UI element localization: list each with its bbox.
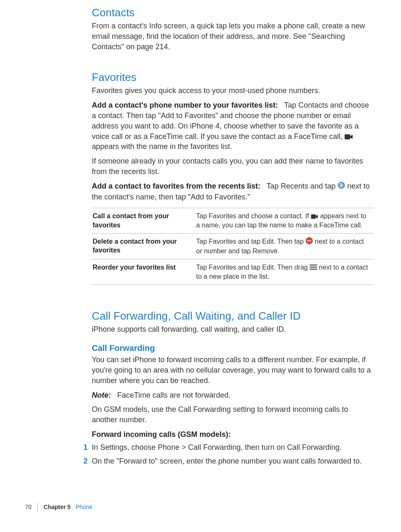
svg-rect-2 — [311, 214, 315, 219]
svg-rect-4 — [307, 240, 311, 241]
table-row: Reorder your favorites list Tap Favorite… — [92, 259, 374, 285]
camera-icon — [311, 214, 318, 219]
page-number: 70 — [25, 503, 32, 512]
table-text: Tap Favorites and choose a contact. If — [196, 212, 311, 219]
delete-minus-icon — [305, 237, 313, 247]
favorites-add-label: Add a contact's phone number to your fav… — [92, 101, 278, 109]
callfwd-intro: iPhone supports call forwarding, call wa… — [92, 324, 374, 335]
svg-rect-0 — [345, 134, 350, 139]
favorites-add-block: Add a contact's phone number to your fav… — [92, 100, 374, 152]
list-item: 2On the "Forward to" screen, enter the p… — [83, 456, 374, 466]
note-label: Note: — [92, 391, 111, 399]
table-right: Tap Favorites and tap Edit. Then tap nex… — [195, 233, 374, 259]
step-text: On the "Forward to" screen, enter the ph… — [92, 457, 362, 465]
table-right: Tap Favorites and choose a contact. If a… — [195, 208, 374, 233]
callfwd-note: Note: FaceTime calls are not forwarded. — [92, 390, 374, 401]
favorites-recents-block: Add a contact to favorites from the rece… — [92, 181, 374, 202]
table-text: Tap Favorites and tap Edit. Then drag — [196, 264, 310, 271]
step-number: 1 — [83, 442, 88, 453]
steps-heading-text: Forward incoming calls (GSM models): — [92, 430, 231, 439]
callfwd-body2: On GSM models, use the Call Forwarding s… — [92, 404, 374, 425]
favorites-recents-label: Add a contact to favorites from the rece… — [92, 182, 260, 190]
section-contacts: Contacts From a contact's Info screen, a… — [92, 5, 374, 52]
table-right: Tap Favorites and tap Edit. Then drag ne… — [195, 259, 374, 285]
note-body: FaceTime calls are not forwarded. — [117, 391, 230, 399]
footer-divider — [38, 503, 38, 512]
favorites-recents-body-a: Tap Recents and tap — [267, 182, 338, 190]
callfwd-body1: You can set iPhone to forward incoming c… — [92, 355, 374, 386]
table-left: Call a contact from your favorites — [92, 208, 195, 233]
table-text: Tap Favorites and tap Edit. Then tap — [196, 238, 305, 245]
svg-rect-6 — [310, 267, 317, 267]
reorder-drag-icon — [310, 263, 317, 272]
steps-list: 1In Settings, choose Phone > Call Forwar… — [83, 442, 374, 466]
svg-rect-7 — [310, 269, 317, 270]
detail-disclosure-icon — [338, 182, 345, 192]
page-footer: 70 Chapter 5 Phone — [25, 503, 93, 512]
table-row: Call a contact from your favorites Tap F… — [92, 208, 374, 233]
chapter-label: Chapter 5 — [44, 503, 71, 512]
heading-callfwd: Call Forwarding, Call Waiting, and Calle… — [92, 308, 374, 323]
steps-heading: Forward incoming calls (GSM models): — [92, 429, 374, 440]
favorites-intro: Favorites gives you quick access to your… — [92, 86, 374, 96]
list-item: 1In Settings, choose Phone > Call Forwar… — [83, 442, 374, 453]
table-row: Delete a contact from your favorites Tap… — [92, 233, 374, 259]
contacts-body: From a contact's Info screen, a quick ta… — [92, 21, 374, 52]
camera-icon — [345, 134, 353, 140]
favorites-recents-intro: If someone already in your contacts call… — [92, 156, 374, 177]
step-number: 2 — [83, 456, 88, 466]
table-left: Reorder your favorites list — [92, 259, 195, 285]
svg-point-1 — [338, 182, 345, 189]
favorites-table: Call a contact from your favorites Tap F… — [92, 208, 374, 285]
favorites-add-body-b: appears with the name in the favorites l… — [92, 142, 232, 151]
subheading-callfwd: Call Forwarding — [92, 342, 374, 354]
section-callfwd: Call Forwarding, Call Waiting, and Calle… — [92, 308, 374, 466]
step-text: In Settings, choose Phone > Call Forward… — [92, 443, 342, 451]
heading-favorites: Favorites — [92, 70, 374, 85]
heading-contacts: Contacts — [92, 5, 374, 20]
svg-rect-5 — [310, 265, 317, 265]
table-left: Delete a contact from your favorites — [92, 233, 195, 259]
chapter-name: Phone — [76, 503, 92, 512]
section-favorites: Favorites Favorites gives you quick acce… — [92, 70, 374, 285]
